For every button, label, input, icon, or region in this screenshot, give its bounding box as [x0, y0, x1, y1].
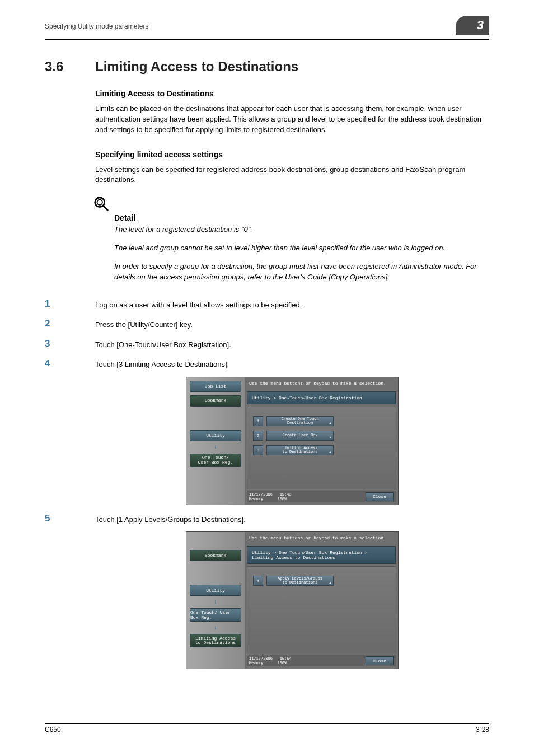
subheading-2: Specifying limited access settings: [95, 150, 489, 159]
step-text: Touch [3 Limiting Access to Destinations…: [95, 358, 229, 370]
step-number: 5: [45, 513, 95, 525]
arrow-down-icon: ↓: [190, 445, 241, 450]
arrow-down-icon: ↓: [190, 625, 241, 631]
subheading-1: Limiting Access to Destinations: [95, 89, 489, 98]
running-header: Specifying Utility mode parameters 3: [45, 19, 489, 40]
detail-block: Detail The level for a registered destin…: [95, 195, 489, 282]
close-button[interactable]: Close: [366, 492, 394, 501]
arrow-down-icon: ↓: [190, 599, 241, 605]
menu-limiting-access-button[interactable]: Limiting Access to Destinations: [266, 445, 334, 455]
screen-instruction: Use the menu buttons or keypad to make a…: [245, 377, 398, 389]
menu-index: 3: [253, 445, 263, 455]
step-text: Press the [Utility/Counter] key.: [95, 318, 193, 330]
side-onetouch-button[interactable]: One-Touch/ User Box Reg.: [190, 454, 241, 467]
detail-text: The level for a registered destination i…: [95, 225, 489, 235]
screenshot-1: Job List Bookmark Utility ↓ One-Touch/ U…: [186, 377, 399, 505]
menu-index: 1: [253, 576, 263, 586]
side-job-list-button[interactable]: Job List: [190, 381, 241, 392]
screen-instruction: Use the menu buttons or keypad to make a…: [245, 532, 398, 544]
svg-line-2: [104, 206, 108, 211]
side-bookmark-button[interactable]: Bookmark: [190, 395, 241, 407]
footer-status: 11/17/2006 15:43 Memory 100%: [249, 492, 292, 501]
step-text: Touch [1 Apply Levels/Groups to Destinat…: [95, 513, 246, 525]
section-number: 3.6: [45, 59, 95, 74]
magnifier-icon: [93, 195, 110, 212]
section-title: Limiting Access to Destinations: [95, 59, 489, 74]
menu-index: 2: [253, 431, 263, 441]
detail-text: In order to specify a group for a destin…: [95, 262, 489, 283]
step-text: Touch [One-Touch/User Box Registration].: [95, 338, 231, 351]
menu-create-user-box-button[interactable]: Create User Box: [266, 431, 334, 441]
side-bookmark-button[interactable]: Bookmark: [190, 550, 241, 561]
svg-point-1: [97, 200, 102, 205]
menu-index: 1: [253, 416, 263, 426]
detail-text: The level and group cannot be set to lev…: [95, 243, 489, 254]
screenshot-2: Bookmark Utility ↓ One-Touch/ User Box R…: [186, 531, 399, 669]
page-footer: C650 3-28: [45, 723, 489, 734]
menu-create-one-touch-button[interactable]: Create One-Touch Destination: [266, 416, 334, 426]
detail-label: Detail: [95, 213, 489, 222]
side-limiting-access-button[interactable]: Limiting Access to Destinations: [190, 634, 241, 647]
footer-model: C650: [45, 726, 61, 734]
running-header-text: Specifying Utility mode parameters: [45, 19, 148, 30]
side-utility-button[interactable]: Utility: [190, 585, 241, 596]
side-onetouch-button[interactable]: One-Touch/ User Box Reg.: [190, 608, 241, 622]
chapter-tab: 3: [456, 16, 489, 35]
paragraph: Level settings can be specified for regi…: [95, 165, 489, 186]
paragraph: Limits can be placed on the destinations…: [95, 104, 489, 136]
footer-page: 3-28: [476, 726, 489, 734]
step-number: 3: [45, 338, 95, 351]
step-number: 4: [45, 358, 95, 370]
side-utility-button[interactable]: Utility: [190, 430, 241, 441]
step-text: Log on as a user with a level that allow…: [95, 298, 302, 311]
step-number: 2: [45, 318, 95, 330]
step-number: 1: [45, 298, 95, 311]
menu-apply-levels-button[interactable]: Apply Levels/Groups to Destinations: [266, 576, 334, 586]
breadcrumb: Utility > One-Touch/User Box Registratio…: [247, 391, 396, 404]
footer-status: 11/17/2006 15:54 Memory 100%: [249, 656, 292, 665]
breadcrumb: Utility > One-Touch/User Box Registratio…: [247, 546, 396, 564]
close-button[interactable]: Close: [366, 656, 394, 665]
